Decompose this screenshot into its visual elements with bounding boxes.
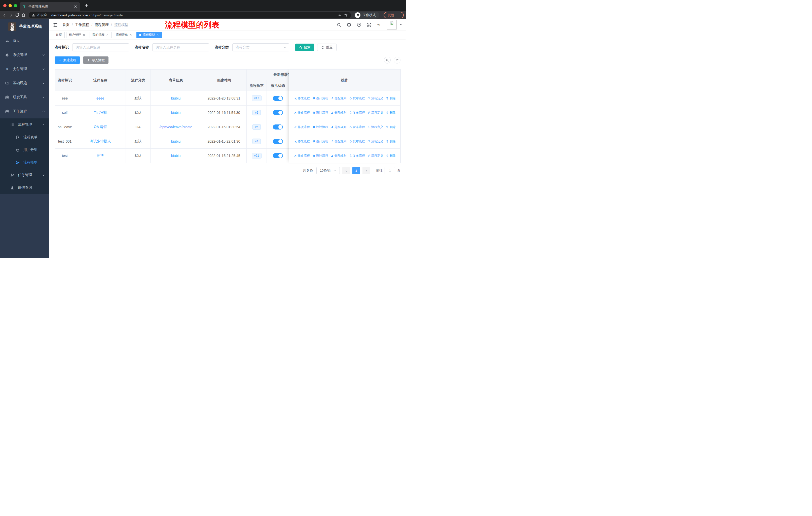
bookmark-star-icon[interactable] [344, 13, 348, 17]
sidebar-item-briefcase[interactable]: 工作流程 [0, 104, 49, 118]
action-paperclip-link[interactable]: 流程定义 [368, 125, 383, 129]
tab-close-icon[interactable] [74, 4, 78, 8]
create-process-button[interactable]: 新建流程 [55, 56, 80, 64]
password-key-icon[interactable] [338, 13, 342, 17]
browser-tab[interactable]: 芋道管理系统 [20, 2, 80, 11]
action-user-solid-link[interactable]: 分配规则 [331, 111, 347, 115]
font-size-icon[interactable]: TT [377, 22, 382, 27]
activation-toggle[interactable] [273, 110, 283, 115]
cell-process-name-link[interactable]: OA 请假 [94, 125, 107, 129]
sidebar-logo[interactable]: 芋道管理系统 [0, 19, 49, 34]
process-key-input[interactable] [72, 43, 129, 51]
action-gear-small-link[interactable]: 设计流程 [312, 139, 328, 144]
close-window-button[interactable] [3, 4, 6, 7]
action-hand-link[interactable]: 发布流程 [349, 111, 365, 115]
tag-close-icon[interactable] [129, 33, 132, 36]
url-field[interactable]: 不安全 dashboard.yudao.iocoder.cn/bpm/manag… [29, 12, 351, 19]
sidebar-item-users[interactable]: 用户分组 [0, 144, 49, 156]
sidebar-item-paper-plane[interactable]: 流程模型 [0, 156, 49, 169]
cell-form-link[interactable]: biubiu [171, 139, 180, 143]
activation-toggle[interactable] [273, 153, 283, 158]
action-hand-link[interactable]: 发布流程 [349, 139, 365, 144]
action-user-solid-link[interactable]: 分配规则 [331, 125, 347, 129]
page-number-1[interactable]: 1 [352, 167, 360, 174]
action-pen-link[interactable]: 修改流程 [294, 111, 310, 115]
zoom-window-button[interactable] [14, 4, 17, 7]
sidebar-item-gear[interactable]: 系统管理 [0, 48, 49, 62]
action-pen-link[interactable]: 修改流程 [294, 96, 310, 101]
minimize-window-button[interactable] [8, 4, 12, 7]
activation-toggle[interactable] [273, 96, 283, 101]
home-icon[interactable] [21, 13, 26, 18]
action-paperclip-link[interactable]: 流程定义 [368, 139, 383, 144]
toggle-search-button[interactable] [384, 57, 390, 63]
action-gear-small-link[interactable]: 设计流程 [312, 111, 328, 115]
tag-close-icon[interactable] [106, 33, 109, 36]
hamburger-icon[interactable] [53, 22, 58, 27]
tag-流程模型[interactable]: 流程模型 [137, 32, 162, 38]
action-paperclip-link[interactable]: 流程定义 [368, 96, 383, 101]
sidebar-item-monitor[interactable]: 基础设施 [0, 76, 49, 90]
action-hand-link[interactable]: 发布流程 [349, 154, 365, 158]
github-icon[interactable] [347, 22, 351, 27]
action-trash-link[interactable]: 删除 [386, 125, 396, 129]
action-user-solid-link[interactable]: 分配规则 [331, 96, 347, 101]
reload-icon[interactable] [15, 13, 19, 18]
page-size-select[interactable]: 10条/页 [316, 167, 340, 174]
action-gear-small-link[interactable]: 设计流程 [312, 125, 328, 129]
goto-page-input[interactable] [385, 167, 395, 174]
tag-close-icon[interactable] [156, 33, 159, 36]
action-gear-small-link[interactable]: 设计流程 [312, 96, 328, 101]
cell-form-link[interactable]: /bpm/oa/leave/create [159, 125, 192, 129]
activation-toggle[interactable] [273, 139, 283, 144]
search-icon[interactable] [337, 22, 341, 27]
tag-首页[interactable]: 首页 [53, 32, 65, 38]
forward-icon[interactable] [8, 13, 13, 18]
search-button[interactable]: 搜索 [295, 44, 314, 51]
menu-dots-icon[interactable] [397, 13, 401, 17]
caret-down-icon[interactable] [400, 23, 402, 26]
sidebar-item-briefcase[interactable]: 研发工具 [0, 90, 49, 104]
prev-page-button[interactable] [342, 167, 350, 174]
user-avatar[interactable] [387, 20, 397, 30]
tag-close-icon[interactable] [83, 33, 85, 36]
action-trash-link[interactable]: 删除 [386, 154, 396, 158]
process-name-input[interactable] [152, 43, 209, 51]
breadcrumb-home[interactable]: 首页 [62, 23, 69, 27]
action-paperclip-link[interactable]: 流程定义 [368, 154, 383, 158]
action-trash-link[interactable]: 删除 [386, 96, 396, 101]
fullscreen-icon[interactable] [367, 22, 372, 27]
tag-我的流程[interactable]: 我的流程 [90, 32, 112, 38]
action-hand-link[interactable]: 发布流程 [349, 125, 365, 129]
tag-流程表单[interactable]: 流程表单 [113, 32, 135, 38]
sidebar-item-dashboard[interactable]: 首页 [0, 34, 49, 48]
action-pen-link[interactable]: 修改流程 [294, 154, 310, 158]
cell-form-link[interactable]: biubiu [171, 96, 180, 100]
update-button[interactable]: 更新 [384, 12, 404, 19]
sidebar-item-yen[interactable]: ¥支付管理 [0, 62, 49, 76]
cell-form-link[interactable]: biubiu [171, 154, 180, 158]
refresh-table-button[interactable] [394, 57, 401, 63]
action-trash-link[interactable]: 删除 [386, 139, 396, 144]
action-trash-link[interactable]: 删除 [386, 111, 396, 115]
activation-toggle[interactable] [273, 125, 283, 130]
not-secure-warning-icon[interactable] [32, 13, 35, 17]
sidebar-item-user[interactable]: 请假查询 [0, 182, 49, 194]
back-icon[interactable] [2, 13, 7, 18]
help-question-icon[interactable] [357, 22, 361, 27]
action-user-solid-link[interactable]: 分配规则 [331, 154, 347, 158]
cell-process-name-link[interactable]: 滔博 [97, 154, 104, 158]
cell-process-name-link[interactable]: 测试多审批人 [90, 139, 111, 143]
breadcrumb-workflow[interactable]: 工作流程 [75, 23, 89, 27]
next-page-button[interactable] [362, 167, 370, 174]
sidebar-item-doc-edit[interactable]: 流程表单 [0, 131, 49, 144]
action-paperclip-link[interactable]: 流程定义 [368, 111, 383, 115]
action-user-solid-link[interactable]: 分配规则 [331, 139, 347, 144]
action-hand-link[interactable]: 发布流程 [349, 96, 365, 101]
tag-租户管理[interactable]: 租户管理 [66, 32, 88, 38]
cell-process-name-link[interactable]: eeee [96, 96, 104, 100]
sidebar-item-stream[interactable]: 流程管理 [0, 118, 49, 131]
new-tab-icon[interactable] [84, 3, 89, 8]
action-gear-small-link[interactable]: 设计流程 [312, 154, 328, 158]
action-pen-link[interactable]: 修改流程 [294, 139, 310, 144]
